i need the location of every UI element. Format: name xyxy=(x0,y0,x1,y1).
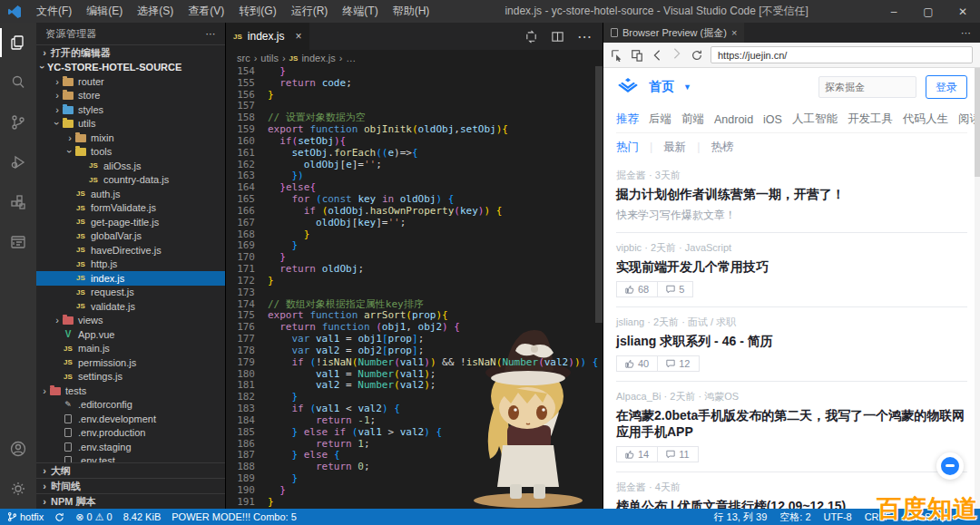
outline-section[interactable]: › 大纲 xyxy=(36,462,225,478)
nav-item-推荐[interactable]: 推荐 xyxy=(616,112,639,127)
file-tree-item[interactable]: ›JSaliOss.js xyxy=(36,159,225,173)
filter-tab-热门[interactable]: 热门 xyxy=(616,140,650,155)
feed-item-title[interactable]: 在鸿蒙2.0beta手机版发布的第二天，我写了一个鸿蒙的物联网应用手机APP xyxy=(616,408,967,441)
device-toggle-icon[interactable] xyxy=(631,49,643,62)
code-line[interactable]: 156} xyxy=(226,90,603,102)
nav-item-Android[interactable]: Android xyxy=(714,113,753,126)
cursor-position-indicator[interactable]: 行 13, 列 39 xyxy=(714,510,768,524)
extensions-icon[interactable] xyxy=(0,182,36,222)
menu-item[interactable]: 编辑(E) xyxy=(79,4,130,19)
reload-icon[interactable] xyxy=(691,49,703,62)
file-tree-item[interactable]: ›tools xyxy=(36,145,225,160)
url-input[interactable] xyxy=(710,46,973,63)
file-tree-item[interactable]: ›mixin xyxy=(36,131,225,145)
file-tree-item[interactable]: ›JSpermission.js xyxy=(36,355,225,370)
comment-button[interactable]: 11 xyxy=(658,446,698,462)
minimize-button[interactable]: – xyxy=(877,5,911,18)
back-icon[interactable] xyxy=(651,49,663,62)
file-tree-item[interactable]: ›utils xyxy=(36,117,225,131)
file-tree-item[interactable]: ›VApp.vue xyxy=(36,327,225,342)
file-tree-item[interactable]: ›JSvalidate.js xyxy=(36,299,225,314)
file-tree-item[interactable]: ›router xyxy=(36,74,225,89)
sidebar-more-actions-icon[interactable]: ⋯ xyxy=(206,28,216,40)
nav-item-代码人生[interactable]: 代码人生 xyxy=(903,112,948,127)
inspect-element-icon[interactable] xyxy=(611,49,623,62)
file-tree-item[interactable]: ›JSindex.js xyxy=(36,271,225,286)
menu-item[interactable]: 终端(T) xyxy=(335,4,385,19)
source-control-icon[interactable] xyxy=(0,102,36,142)
encoding-indicator[interactable]: UTF-8 xyxy=(824,511,852,522)
file-tree-item[interactable]: ›✎.editorconfig xyxy=(36,398,225,413)
file-tree-item[interactable]: ›.env.staging xyxy=(36,440,225,454)
code-area[interactable]: 154 }155 return code;156}157158// 设置对象数据… xyxy=(226,66,603,508)
browser-preview-tab[interactable]: Browser Preview (掘金) × xyxy=(603,23,744,43)
nav-item-开发工具[interactable]: 开发工具 xyxy=(848,112,893,127)
breadcrumb[interactable]: src › utils › JS index.js › … xyxy=(226,50,603,66)
filter-tab-最新[interactable]: 最新 xyxy=(652,140,697,155)
browser-preview-icon[interactable] xyxy=(0,222,36,262)
code-line[interactable]: 190 } xyxy=(226,485,603,497)
file-tree-item[interactable]: ›JShttp.js xyxy=(36,258,225,272)
panel-more-actions-icon[interactable]: ⋯ xyxy=(961,27,980,39)
breadcrumb-src[interactable]: src xyxy=(237,53,250,63)
comment-button[interactable]: 12 xyxy=(658,355,699,372)
breadcrumb-utils[interactable]: utils xyxy=(260,53,279,63)
code-line[interactable]: 191} xyxy=(226,497,603,509)
account-icon[interactable] xyxy=(0,429,36,469)
explorer-icon[interactable] xyxy=(0,23,36,63)
file-tree-item[interactable]: ›JShaveDirective.js xyxy=(36,243,225,258)
file-tree-item[interactable]: ›JSget-page-title.js xyxy=(36,215,225,229)
tab-index-js[interactable]: JS index.js × xyxy=(226,23,309,50)
editor-scrollbar[interactable] xyxy=(595,66,603,509)
file-tree-item[interactable]: ›.env.development xyxy=(36,412,225,426)
file-tree-item[interactable]: ›JSformValidate.js xyxy=(36,201,225,216)
menu-item[interactable]: 帮助(H) xyxy=(386,4,437,19)
file-tree-item[interactable]: ›JSmain.js xyxy=(36,342,225,356)
menu-item[interactable]: 转到(G) xyxy=(231,4,283,19)
file-tree-item[interactable]: ›styles xyxy=(36,102,225,117)
problems-indicator[interactable]: ⊗ 0 ⚠ 0 xyxy=(75,511,112,523)
file-tree-item[interactable]: ›JSglobalVar.js xyxy=(36,229,225,244)
file-tree-item[interactable]: ›tests xyxy=(36,384,225,398)
close-panel-tab-icon[interactable]: × xyxy=(731,27,737,38)
like-button[interactable]: 14 xyxy=(616,446,658,462)
npm-scripts-section[interactable]: › NPM 脚本 xyxy=(36,493,225,509)
code-line[interactable]: 155 return code; xyxy=(226,78,603,90)
close-window-button[interactable]: ✕ xyxy=(946,5,980,18)
like-button[interactable]: 68 xyxy=(616,281,658,297)
nav-item-后端[interactable]: 后端 xyxy=(649,112,671,127)
workspace-root-folder[interactable]: › YC-STORE-HOTEL-SOURCE xyxy=(36,60,225,74)
file-tree-item[interactable]: ›views xyxy=(36,314,225,328)
indentation-indicator[interactable]: 空格: 2 xyxy=(779,510,810,524)
close-tab-icon[interactable]: × xyxy=(295,30,301,43)
settings-gear-icon[interactable] xyxy=(0,469,36,509)
breadcrumb-symbol[interactable]: … xyxy=(346,53,356,63)
juejin-search-input[interactable] xyxy=(818,76,916,98)
code-line[interactable]: 171 return oldObj; xyxy=(226,264,603,276)
breadcrumb-file[interactable]: index.js xyxy=(301,53,335,63)
open-editors-section[interactable]: › 打开的编辑器 xyxy=(36,44,225,60)
open-changes-icon[interactable] xyxy=(524,30,538,44)
login-button[interactable]: 登录 xyxy=(926,75,967,99)
feed-item-title[interactable]: jsliang 求职系列 - 46 - 简历 xyxy=(616,334,967,350)
file-tree-item[interactable]: ›JSauth.js xyxy=(36,187,225,201)
feed-item-title[interactable]: 掘力计划创作者训练营第一期，开营了！ xyxy=(616,187,967,203)
nav-item-前端[interactable]: 前端 xyxy=(681,112,704,127)
timeline-section[interactable]: › 时间线 xyxy=(36,478,225,493)
file-tree-item[interactable]: ›JSrequest.js xyxy=(36,286,225,300)
editor-more-actions-icon[interactable]: ⋯ xyxy=(577,28,592,45)
code-line[interactable]: 172} xyxy=(226,276,603,287)
page-scrollbar[interactable] xyxy=(975,68,980,509)
file-tree-item[interactable]: ›.env.test xyxy=(36,454,225,463)
feed-item-title[interactable]: 实现前端开发几个常用技巧 xyxy=(616,259,967,276)
feedback-chat-button[interactable] xyxy=(936,452,964,480)
maximize-button[interactable]: ▢ xyxy=(911,5,946,18)
git-branch-indicator[interactable]: hotfix xyxy=(7,511,44,522)
juejin-home-link[interactable]: 首页 xyxy=(649,79,674,95)
like-button[interactable]: 40 xyxy=(616,355,658,372)
menu-item[interactable]: 文件(F) xyxy=(29,4,79,19)
filter-tab-热榜[interactable]: 热榜 xyxy=(701,140,745,155)
forward-icon[interactable] xyxy=(671,47,683,60)
file-tree-item[interactable]: ›.env.production xyxy=(36,426,225,441)
search-icon[interactable] xyxy=(0,63,36,102)
